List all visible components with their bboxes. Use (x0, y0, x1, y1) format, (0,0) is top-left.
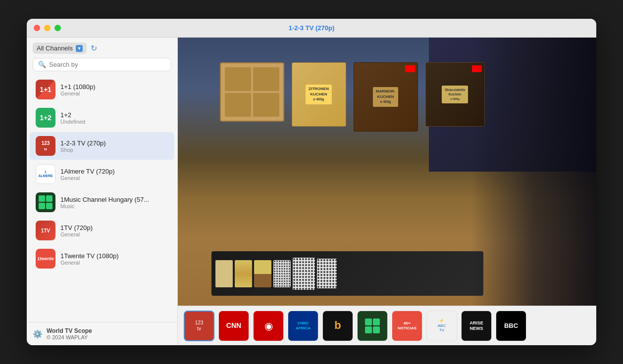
channel-name-1plus1: 1+1 (1080p) (60, 83, 168, 91)
search-input[interactable] (49, 61, 166, 68)
gear-icon: ⚙️ (33, 329, 43, 339)
refresh-button[interactable]: ↻ (91, 44, 97, 53)
sidebar-footer: ⚙️ World TV Scope © 2024 WAPLAY (27, 322, 177, 345)
app-name: World TV Scope (47, 327, 92, 334)
channel-item-123tv[interactable]: 123tv1-2-3 TV (270p)Shop (30, 132, 174, 160)
channel-logo-1almere: 1ALMERE (36, 164, 55, 184)
footer-info: World TV Scope © 2024 WAPLAY (47, 327, 92, 340)
sidebar-top: All Channels ▼ ↻ (27, 38, 177, 58)
strip-bein[interactable]: b (322, 311, 353, 341)
traffic-lights (34, 25, 61, 31)
close-button[interactable] (34, 25, 40, 31)
channel-category-1tv: General (60, 231, 168, 237)
strip-cnn[interactable]: CNN (218, 311, 249, 341)
strip-cnbc[interactable]: CNBC AFRICA (288, 311, 318, 341)
strip-123tv[interactable]: 123 tv (184, 311, 214, 341)
channel-category-1twente: General (60, 260, 168, 266)
strip-music[interactable] (357, 311, 388, 341)
channel-info-1plus2: 1+2Undefined (60, 111, 168, 125)
channel-name-1music: 1Music Channel Hungary (57... (60, 196, 168, 203)
channel-name-1twente: 1Twente TV (1080p) (60, 252, 168, 260)
channel-info-123tv: 1-2-3 TV (270p)Shop (60, 139, 168, 153)
maximize-button[interactable] (54, 25, 61, 31)
channel-info-1music: 1Music Channel Hungary (57...Music (60, 196, 168, 209)
channel-item-1tv[interactable]: 1TV1TV (720p)General (30, 217, 174, 244)
channel-category-1plus2: Undefined (60, 119, 168, 125)
main-content: All Channels ▼ ↻ 🔍 1+11+1 (1080p)General… (27, 38, 596, 345)
channel-logo-123tv: 123tv (36, 136, 55, 156)
filter-label: All Channels (37, 45, 73, 52)
channel-info-1almere: 1Almere TV (720p)General (60, 168, 168, 181)
channel-name-123tv: 1-2-3 TV (270p) (60, 139, 168, 147)
channel-item-1music[interactable]: 1Music Channel Hungary (57...Music (30, 188, 174, 216)
copyright-text: © 2024 WAPLAY (47, 334, 92, 340)
channel-info-1twente: 1Twente TV (1080p)General (60, 252, 168, 266)
search-bar: 🔍 (33, 58, 171, 71)
channel-category-1music: Music (60, 203, 168, 209)
strip-trt[interactable]: ◉ (253, 311, 284, 341)
channel-name-1tv: 1TV (720p) (60, 224, 168, 231)
channel-category-1plus1: General (60, 91, 168, 96)
app-window: 1-2-3 TV (270p) All Channels ▼ ↻ 🔍 1+11+… (27, 19, 596, 345)
right-panel: ZITRONENKUCHENe·400g MARMOR-KUCHENe·400g… (178, 38, 596, 345)
channel-info-1tv: 1TV (720p)General (60, 224, 168, 237)
channel-logo-1music (36, 192, 55, 212)
channel-logo-1plus1: 1+1 (36, 80, 55, 99)
channel-name-1almere: 1Almere TV (720p) (60, 168, 168, 175)
video-area: ZITRONENKUCHENe·400g MARMOR-KUCHENe·400g… (178, 38, 596, 306)
strip-bbc[interactable]: BBC (496, 311, 526, 341)
sidebar: All Channels ▼ ↻ 🔍 1+11+1 (1080p)General… (27, 38, 178, 345)
channel-strip: 123 tvCNN◉CNBC AFRICAb 4D+ NOTICIAS⚡ ABC… (178, 306, 596, 345)
channel-logo-1tv: 1TV (36, 221, 55, 240)
dropdown-arrow-icon: ▼ (76, 45, 83, 52)
minimize-button[interactable] (44, 25, 51, 31)
strip-4d[interactable]: 4D+ NOTICIAS (392, 311, 422, 341)
channel-logo-1twente: 1twente (36, 249, 55, 269)
channel-item-1plus1[interactable]: 1+11+1 (1080p)General (30, 76, 174, 103)
strip-arise[interactable]: ARISE NEWS (461, 311, 492, 341)
channel-logo-1plus2: 1+2 (36, 108, 55, 128)
channel-category-1almere: General (60, 175, 168, 181)
channel-info-1plus1: 1+1 (1080p)General (60, 83, 168, 96)
channel-item-1plus2[interactable]: 1+21+2Undefined (30, 104, 174, 132)
title-bar: 1-2-3 TV (270p) (27, 19, 596, 38)
channel-item-1twente[interactable]: 1twente1Twente TV (1080p)General (30, 245, 174, 273)
search-icon: 🔍 (38, 61, 46, 68)
window-title: 1-2-3 TV (270p) (289, 24, 334, 32)
channel-list: 1+11+1 (1080p)General1+21+2Undefined123t… (27, 75, 177, 322)
filter-dropdown[interactable]: All Channels ▼ (33, 43, 87, 54)
channel-item-1almere[interactable]: 1ALMERE1Almere TV (720p)General (30, 160, 174, 188)
channel-category-123tv: Shop (60, 147, 168, 153)
strip-abc[interactable]: ⚡ ABC TV (426, 311, 457, 341)
channel-name-1plus2: 1+2 (60, 111, 168, 119)
video-player: ZITRONENKUCHENe·400g MARMOR-KUCHENe·400g… (178, 38, 596, 306)
